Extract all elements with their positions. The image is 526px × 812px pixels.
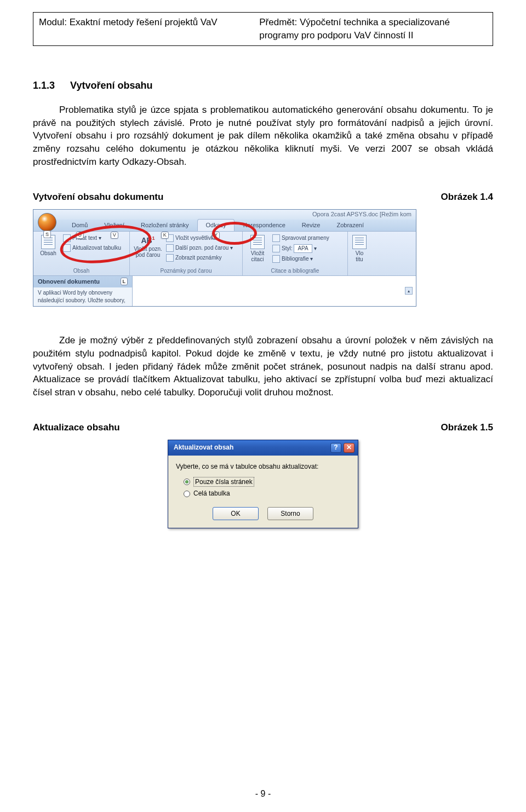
tab-zobrazeni[interactable]: Zobrazení <box>329 220 371 231</box>
document-area: ▴ <box>132 276 416 306</box>
next-footnote-button[interactable]: Další pozn. pod čarou ▾ <box>166 244 233 252</box>
show-notes-button[interactable]: Zobrazit poznámky <box>166 254 233 262</box>
paragraph-2: Zde je možný výběr z předdefinovaných st… <box>33 334 493 399</box>
office-button-keytip: S <box>43 231 51 239</box>
help-button[interactable]: ? <box>330 443 341 453</box>
office-button-icon[interactable] <box>38 213 56 232</box>
keytip: V <box>111 232 118 239</box>
document-recovery-pane: Obnovení dokumentu L V aplikaci Word byl… <box>33 275 416 306</box>
chevron-down-icon: ▾ <box>310 255 313 263</box>
insert-citation-button[interactable]: Vložit citaci <box>246 234 269 262</box>
bibliography-button[interactable]: Bibliografie ▾ <box>272 255 329 263</box>
header-subject: Předmět: Výpočetní technika a specializo… <box>254 13 493 45</box>
cancel-button[interactable]: Storno <box>267 507 313 520</box>
recovery-message: V aplikaci Word byly obnoveny následujíc… <box>33 287 132 306</box>
ab-icon: AB1 <box>141 235 155 246</box>
update-toc-icon <box>63 244 71 252</box>
tab-odkazy[interactable]: Odkazy Y <box>197 219 234 231</box>
radio-label: Celá tabulka <box>193 489 230 498</box>
dialog-titlebar: Aktualizovat obsah ? ✕ <box>168 440 358 456</box>
manage-sources-icon <box>272 234 280 242</box>
style-value: APA <box>294 244 312 253</box>
caption-icon <box>352 235 367 249</box>
group-poznamky: AB1 Vložit pozn. pod čarou Vložit vysvět… <box>130 232 243 275</box>
ribbon-groups: Obsah Přidat text ▾ Aktualizovat tabulku <box>33 232 416 275</box>
section-title: Vytvoření obsahu <box>70 79 152 93</box>
tab-domu[interactable]: Domů Ů <box>64 220 95 231</box>
figure-2-ref: Obrázek 1.5 <box>441 421 493 434</box>
ribbon-tabs: Domů Ů Vložení V Rozložení stránky K Odk… <box>33 220 416 232</box>
update-toc-button[interactable]: Aktualizovat tabulku <box>63 244 121 252</box>
tab-korespondence[interactable]: Korespondence <box>236 220 293 231</box>
chevron-down-icon: ▾ <box>314 245 317 252</box>
close-button[interactable]: ✕ <box>344 443 355 453</box>
page-number: - 9 - <box>0 788 526 800</box>
group-citace-label: Citace a bibliografie <box>246 266 344 275</box>
radio-icon <box>184 491 190 497</box>
tab-rozlozeni[interactable]: Rozložení stránky K <box>133 220 196 231</box>
insert-endnote-button[interactable]: Vložit vysvětlivku <box>166 234 233 243</box>
recovery-keytip: L <box>121 278 128 286</box>
window-title: Opora 2cast APSYS.doc [Režim kom <box>312 210 411 218</box>
window-titlebar: Opora 2cast APSYS.doc [Režim kom <box>33 210 416 220</box>
insert-footnote-button[interactable]: AB1 Vložit pozn. pod čarou <box>133 234 163 258</box>
tab-vlozeni[interactable]: Vložení V <box>96 220 132 231</box>
figure-2-caption: Aktualizace obsahu <box>33 421 120 434</box>
paragraph-1: Problematika stylů je úzce spjata s prob… <box>33 103 493 169</box>
dialog-title: Aktualizovat obsah <box>174 443 233 452</box>
figure-2-caption-row: Aktualizace obsahu Obrázek 1.5 <box>33 421 493 434</box>
radio-page-numbers[interactable]: Pouze čísla stránek <box>176 476 350 488</box>
header-module: Modul: Exaktní metody řešení projektů Va… <box>33 13 254 45</box>
figure-1-caption-row: Vytvoření obsahu dokumentu Obrázek 1.4 <box>33 191 493 204</box>
section-number: 1.1.3 <box>33 79 55 93</box>
group-poznamky-label: Poznámky pod čarou <box>133 266 239 275</box>
citation-icon <box>250 235 265 249</box>
figure-1-ref: Obrázek 1.4 <box>441 191 493 204</box>
group-titulky-partial: Vlo titu <box>348 232 416 275</box>
dialog-message: Vyberte, co se má v tabulce obsahu aktua… <box>176 462 350 471</box>
show-notes-icon <box>166 254 174 262</box>
group-citace: Vložit citaci Spravovat prameny Styl: AP… <box>243 232 348 275</box>
chevron-down-icon: ▾ <box>99 234 101 242</box>
figure-1-caption: Vytvoření obsahu dokumentu <box>33 191 163 204</box>
keytip: Y <box>212 232 220 239</box>
ok-button[interactable]: OK <box>213 507 259 520</box>
recovery-title: Obnovení dokumentu <box>38 278 100 285</box>
scroll-up-button[interactable]: ▴ <box>405 287 413 295</box>
bibliography-icon <box>272 255 280 263</box>
group-obsah-label: Obsah <box>37 266 126 275</box>
word-ribbon-screenshot: S Opora 2cast APSYS.doc [Režim kom Domů … <box>33 209 416 307</box>
next-footnote-icon <box>166 244 174 252</box>
radio-entire-table[interactable]: Celá tabulka <box>176 488 350 499</box>
manage-sources-button[interactable]: Spravovat prameny <box>272 234 329 243</box>
keytip: Ů <box>76 232 84 239</box>
style-icon <box>272 245 280 252</box>
page-header: Modul: Exaktní metody řešení projektů Va… <box>33 12 493 46</box>
keytip: K <box>161 232 169 239</box>
radio-label: Pouze čísla stránek <box>193 477 254 487</box>
citation-style-select[interactable]: Styl: APA ▾ <box>272 244 329 254</box>
chevron-down-icon: ▾ <box>230 244 233 252</box>
tab-revize[interactable]: Revize <box>294 220 328 231</box>
close-icon: ✕ <box>346 443 352 452</box>
add-text-icon <box>63 234 71 242</box>
radio-icon <box>184 479 190 485</box>
insert-caption-button[interactable]: Vlo titu <box>351 234 368 262</box>
update-toc-dialog: Aktualizovat obsah ? ✕ Vyberte, co se má… <box>168 440 358 528</box>
section-heading: 1.1.3 Vytvoření obsahu <box>33 79 493 93</box>
